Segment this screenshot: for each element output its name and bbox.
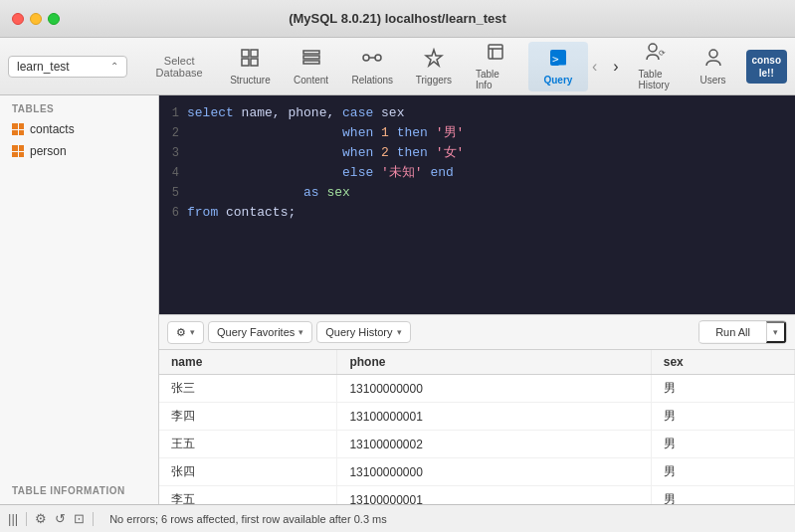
table-cell: 男 [651, 375, 794, 403]
users-icon [703, 48, 723, 73]
sidebar-item-contacts[interactable]: contacts [0, 118, 158, 140]
table-info-icon [486, 42, 505, 67]
status-divider-2 [93, 512, 94, 526]
maximize-button[interactable] [48, 13, 60, 25]
col-sex-header: sex [651, 350, 794, 375]
table-cell: 李五 [159, 486, 337, 505]
svg-point-7 [363, 55, 369, 61]
table-row: 张四13100000000男 [159, 458, 795, 486]
status-divider-1 [26, 512, 27, 526]
table-cell: 男 [651, 458, 794, 486]
status-refresh-icon[interactable]: ↺ [55, 511, 66, 526]
minimize-button[interactable] [30, 13, 42, 25]
query-line-5: 5 as sex [159, 183, 795, 203]
table-cell: 张四 [159, 458, 337, 486]
run-all-container: Run All ▾ [698, 320, 787, 344]
favorites-arrow-icon: ▾ [298, 327, 303, 337]
svg-text:⟳: ⟳ [659, 49, 666, 58]
table-cell: 13100000001 [337, 486, 651, 505]
table-cell: 13100000002 [337, 431, 651, 458]
window-title: (MySQL 8.0.21) localhost/learn_test [289, 11, 506, 26]
tables-section-title: TABLES [0, 95, 158, 118]
structure-label: Structure [230, 75, 271, 86]
console-button[interactable]: conso le!! [746, 50, 787, 84]
query-editor[interactable]: 1 select name, phone, case sex 2 when 1 … [159, 95, 795, 314]
db-selector[interactable]: learn_test ⌃ [8, 56, 127, 78]
query-toolbar: ⚙ ▾ Query Favorites ▾ Query History ▾ Ru… [159, 314, 795, 350]
svg-rect-6 [303, 61, 319, 64]
svg-point-18 [709, 50, 717, 58]
svg-rect-11 [489, 45, 502, 59]
query-line-3: 3 when 2 then '女' [159, 143, 795, 163]
triggers-button[interactable]: Triggers [404, 42, 464, 91]
query-line-4: 4 else '未知' end [159, 163, 795, 183]
col-name-header: name [159, 350, 337, 375]
sidebar-item-person[interactable]: person [0, 140, 158, 162]
table-cell: 13100000001 [337, 403, 651, 431]
table-row: 李五13100000001男 [159, 486, 795, 505]
table-cell: 13100000000 [337, 375, 651, 403]
structure-button[interactable]: Structure [219, 42, 281, 91]
svg-rect-5 [303, 56, 319, 59]
content-button[interactable]: Content [282, 42, 341, 91]
run-all-dropdown-button[interactable]: ▾ [766, 321, 786, 343]
contacts-label: contacts [30, 122, 75, 136]
svg-rect-1 [251, 50, 258, 57]
query-favorites-button[interactable]: Query Favorites ▾ [208, 321, 312, 343]
query-line-6: 6 from contacts; [159, 203, 795, 223]
db-selector-arrow-icon: ⌃ [110, 61, 118, 72]
contacts-table-icon [12, 123, 24, 135]
results-table: name phone sex 张三13100000000男李四131000000… [159, 350, 795, 504]
table-cell: 13100000000 [337, 458, 651, 486]
title-bar: (MySQL 8.0.21) localhost/learn_test [0, 0, 795, 38]
toolbar-buttons: Structure Content Relations Triggers [219, 42, 588, 91]
table-cell: 李四 [159, 403, 337, 431]
status-settings-icon[interactable]: ⚙ [35, 511, 47, 526]
table-cell: 男 [651, 486, 794, 505]
toolbar-right: ‹ › ⟳ Table History Users conso le!! [588, 38, 787, 94]
results-header-row: name phone sex [159, 350, 795, 375]
triggers-label: Triggers [416, 75, 452, 86]
person-label: person [30, 144, 67, 158]
settings-arrow-icon: ▾ [190, 327, 195, 337]
table-cell: 王五 [159, 431, 337, 458]
results-area[interactable]: name phone sex 张三13100000000男李四131000000… [159, 350, 795, 504]
query-button[interactable]: >_ Query [528, 42, 588, 91]
users-button[interactable]: Users [689, 44, 738, 89]
table-history-icon: ⟳ [645, 42, 667, 67]
query-label: Query [543, 75, 572, 86]
main-layout: TABLES contacts person TABLE INFORMATION… [0, 95, 795, 504]
sidebar: TABLES contacts person TABLE INFORMATION [0, 95, 159, 504]
table-cell: 张三 [159, 375, 337, 403]
table-history-button[interactable]: ⟳ Table History [631, 38, 681, 94]
settings-button[interactable]: ⚙ ▾ [167, 321, 204, 344]
status-message: No errors; 6 rows affected, first row av… [109, 513, 387, 525]
svg-rect-3 [251, 59, 258, 66]
svg-rect-4 [303, 51, 319, 54]
svg-marker-10 [426, 50, 442, 66]
table-info-button[interactable]: Table Info [464, 42, 528, 91]
traffic-lights [12, 13, 60, 25]
svg-rect-2 [242, 59, 249, 66]
content-area: 1 select name, phone, case sex 2 when 1 … [159, 95, 795, 504]
table-cell: 男 [651, 403, 794, 431]
relations-label: Relations [351, 75, 393, 86]
run-all-button[interactable]: Run All [699, 322, 766, 342]
table-cell: 男 [651, 431, 794, 458]
select-database-button[interactable]: Select Database [139, 53, 219, 81]
table-info-label: Table Info [476, 69, 516, 90]
query-history-label: Query History [325, 326, 392, 338]
col-phone-header: phone [337, 350, 651, 375]
triggers-icon [424, 48, 444, 73]
status-console-icon[interactable]: ⊡ [74, 511, 85, 526]
nav-forward-button[interactable]: › [609, 54, 622, 80]
relations-icon [362, 48, 382, 73]
query-history-button[interactable]: Query History ▾ [316, 321, 410, 343]
table-row: 王五13100000002男 [159, 431, 795, 458]
sidebar-bottom: TABLE INFORMATION [0, 477, 158, 504]
close-button[interactable] [12, 13, 24, 25]
structure-icon [240, 48, 260, 73]
relations-button[interactable]: Relations [341, 42, 404, 91]
nav-back-button[interactable]: ‹ [588, 54, 601, 80]
toolbar: learn_test ⌃ Select Database Structure C… [0, 38, 795, 95]
